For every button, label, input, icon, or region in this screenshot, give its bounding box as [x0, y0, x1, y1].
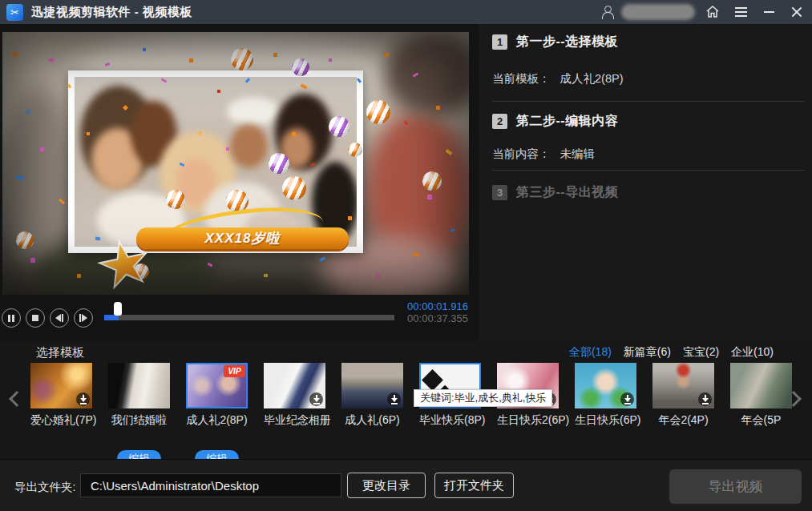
step2-status: 当前内容：未编辑 — [492, 147, 595, 162]
step2-title: 第二步--编辑内容 — [516, 113, 618, 130]
template-thumb-love-wedding[interactable] — [30, 363, 92, 408]
template-thumb-happy-birthday[interactable] — [575, 363, 636, 408]
step2-number-badge: 2 — [492, 114, 507, 129]
template-thumb-annual-meeting2[interactable] — [652, 363, 714, 408]
template-thumb-we-married[interactable] — [108, 363, 170, 408]
app-logo-icon: ✂ — [6, 4, 23, 21]
template-item: 成人礼(6P) — [341, 363, 403, 428]
template-item-selected: VIP 成人礼2(8P) 编辑 — [186, 363, 248, 428]
minimize-button[interactable] — [758, 2, 779, 22]
home-button[interactable] — [702, 2, 723, 22]
step1-number-badge: 1 — [492, 34, 507, 50]
template-item: 爱心婚礼(7P) — [30, 363, 92, 428]
template-item: 生日快乐(6P) — [575, 363, 636, 428]
stop-button[interactable] — [26, 308, 45, 328]
carousel-left-chevron-icon[interactable] — [9, 391, 25, 407]
prev-frame-button[interactable] — [50, 308, 69, 328]
user-icon[interactable] — [601, 6, 614, 18]
app-window: ✂ 迅捷视频剪辑软件 - 视频模板 XXX18岁啦 — [0, 0, 812, 511]
step1-title: 第一步--选择模板 — [516, 34, 618, 50]
current-template-label: 当前模板： — [492, 72, 551, 85]
open-folder-button[interactable]: 打开文件夹 — [434, 473, 514, 498]
close-button[interactable] — [786, 2, 807, 22]
template-section: 选择模板 全部(18) 新篇章(6) 宝宝(2) 企业(10) 爱心婚礼(7P)… — [0, 340, 812, 459]
stop-icon — [32, 315, 38, 321]
current-content-value: 未编辑 — [560, 147, 596, 160]
progress-fill — [104, 315, 119, 320]
step1-header: 1 第一步--选择模板 — [492, 34, 618, 50]
template-name: 成人礼(6P) — [341, 413, 403, 428]
playback-controls: 00:00:01.916 00:00:37.355 — [0, 298, 475, 338]
template-name: 生日快乐2(6P) — [497, 413, 559, 428]
next-frame-button[interactable] — [74, 308, 93, 328]
template-filter-tabs: 全部(18) 新篇章(6) 宝宝(2) 企业(10) — [569, 345, 774, 360]
close-icon — [791, 6, 802, 18]
prev-frame-icon — [55, 314, 63, 322]
window-title: 迅捷视频剪辑软件 - 视频模板 — [31, 5, 192, 20]
vignette — [2, 32, 469, 295]
current-time: 00:00:01.916 — [407, 300, 468, 312]
template-item: 年会2(4P) — [652, 363, 714, 428]
minimize-icon — [764, 11, 774, 13]
username-redacted — [621, 4, 695, 20]
template-name: 毕业快乐(8P) — [419, 413, 481, 428]
tab-new-chapter[interactable]: 新篇章(6) — [624, 345, 671, 360]
steps-panel: 1 第一步--选择模板 当前模板：成人礼2(8P) 2 第二步--编辑内容 当前… — [479, 24, 812, 340]
template-thumb-annual-meeting[interactable] — [730, 363, 792, 408]
divider — [492, 101, 805, 102]
titlebar-controls — [601, 0, 807, 24]
pause-button[interactable] — [2, 308, 21, 328]
template-thumb-adult-ceremony2[interactable]: VIP — [186, 363, 248, 408]
progress-track[interactable] — [104, 315, 394, 320]
divider — [492, 170, 805, 171]
vip-badge: VIP — [224, 365, 245, 377]
template-section-title: 选择模板 — [36, 345, 84, 360]
titlebar: ✂ 迅捷视频剪辑软件 - 视频模板 — [0, 0, 812, 24]
template-name: 毕业纪念相册 — [264, 413, 325, 428]
total-time: 00:00:37.355 — [407, 312, 468, 324]
menu-icon — [735, 11, 747, 13]
video-preview[interactable]: XXX18岁啦 — [2, 32, 469, 295]
template-name: 爱心婚礼(7P) — [30, 413, 92, 428]
template-item: 我们结婚啦 编辑 — [108, 363, 170, 428]
progress-handle[interactable] — [114, 302, 122, 316]
template-thumb-adult-ceremony[interactable] — [341, 363, 403, 408]
download-icon[interactable] — [620, 392, 634, 406]
template-item: 毕业纪念相册 — [264, 363, 325, 428]
template-name: 成人礼2(8P) — [186, 413, 248, 428]
current-template-value: 成人礼2(8P) — [560, 72, 624, 85]
tab-baby[interactable]: 宝宝(2) — [683, 345, 719, 360]
export-video-button[interactable]: 导出视频 — [669, 469, 802, 504]
current-content-label: 当前内容： — [492, 147, 551, 160]
tab-enterprise[interactable]: 企业(10) — [731, 345, 774, 360]
step3-title: 第三步--导出视频 — [516, 184, 618, 201]
download-icon[interactable] — [76, 392, 90, 406]
step2-header: 2 第二步--编辑内容 — [492, 113, 618, 130]
step1-status: 当前模板：成人礼2(8P) — [492, 71, 623, 87]
template-name: 生日快乐(6P) — [575, 413, 636, 428]
tab-all[interactable]: 全部(18) — [569, 345, 612, 360]
template-name: 我们结婚啦 — [108, 413, 170, 428]
template-item: 年会(5P — [730, 363, 792, 428]
export-path-input[interactable] — [80, 473, 341, 497]
next-frame-icon — [79, 314, 87, 322]
home-icon — [705, 5, 720, 19]
menu-button[interactable] — [730, 2, 751, 22]
download-icon[interactable] — [387, 392, 401, 406]
pause-icon — [8, 315, 14, 322]
step3-number-badge: 3 — [492, 185, 507, 200]
template-name: 年会(5P — [730, 413, 792, 428]
download-icon[interactable] — [698, 392, 712, 406]
download-icon[interactable] — [309, 392, 323, 406]
template-thumb-graduation-album[interactable] — [264, 363, 325, 408]
export-bar: 导出文件夹: 更改目录 打开文件夹 导出视频 — [0, 459, 812, 511]
keyword-tooltip: 关键词:毕业,成长,典礼,快乐 — [414, 389, 552, 407]
change-directory-button[interactable]: 更改目录 — [347, 473, 426, 498]
step3-header: 3 第三步--导出视频 — [492, 184, 618, 201]
export-folder-label: 导出文件夹: — [14, 480, 76, 495]
time-display: 00:00:01.916 00:00:37.355 — [407, 300, 468, 324]
template-name: 年会2(4P) — [652, 413, 714, 428]
